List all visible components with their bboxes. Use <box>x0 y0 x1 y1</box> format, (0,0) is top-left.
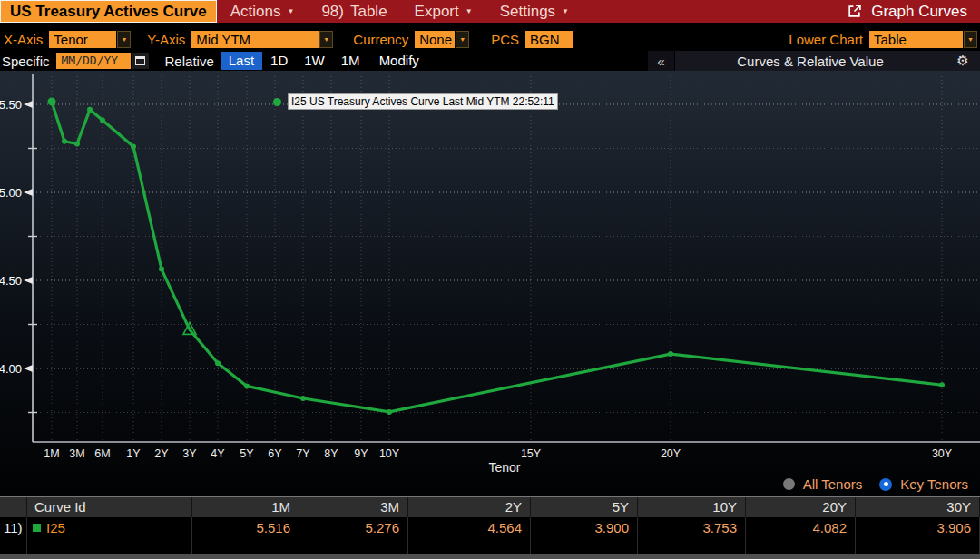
currency-label: Currency <box>353 32 408 47</box>
x-tick-label: 9Y <box>354 447 368 460</box>
modify-button[interactable]: Modify <box>371 52 427 70</box>
caret-down-icon: ▼ <box>466 7 473 15</box>
collapse-panel-button[interactable]: « <box>648 51 675 71</box>
header-5y: 5Y <box>531 497 638 517</box>
y-tick-arrow-icon <box>24 101 33 108</box>
x-tick-label: 7Y <box>296 447 310 460</box>
x-axis-select[interactable]: Tenor <box>49 31 116 48</box>
radio-selected-dot <box>884 482 888 486</box>
currency-dropdown-button[interactable]: ▼ <box>456 31 469 48</box>
x-tick-label: 1Y <box>126 447 141 460</box>
bottom-scrollbar[interactable] <box>0 554 980 559</box>
menu-table-shortcut: 98) <box>321 3 344 21</box>
lower-chart-label: Lower Chart <box>789 32 863 47</box>
range-button-last[interactable]: Last <box>220 52 262 70</box>
calendar-button[interactable] <box>132 53 149 69</box>
menu-actions[interactable]: Actions ▼ <box>217 0 309 23</box>
table-empty-row <box>0 538 980 554</box>
lower-chart-dropdown-button[interactable]: ▼ <box>964 31 977 48</box>
y-tick-arrow-icon <box>24 277 33 284</box>
value-1m: 5.516 <box>192 517 299 538</box>
curve-point[interactable] <box>300 396 306 401</box>
header-1m: 1M <box>192 497 299 517</box>
curve-color-swatch <box>33 524 41 532</box>
menu-export-label: Export <box>415 3 459 21</box>
calendar-icon <box>135 56 145 65</box>
chart-area: 5.505.004.504.001M3M6M1Y2Y3Y4Y5Y6Y7Y8Y9Y… <box>0 71 980 496</box>
x-tick-label: 4Y <box>211 447 225 460</box>
curve-point[interactable] <box>244 383 250 388</box>
curve-point[interactable] <box>62 139 67 144</box>
key-tenors-label[interactable]: Key Tenors <box>900 476 968 492</box>
table-row[interactable]: 11) I25 5.516 5.276 4.564 3.900 3.753 4.… <box>0 517 980 538</box>
legend-label: I25 US Treasury Actives Curve Last Mid Y… <box>288 93 558 110</box>
specific-date-input[interactable]: MM/DD/YY <box>56 53 131 69</box>
menu-table[interactable]: 98) Table <box>308 0 400 23</box>
open-external-icon[interactable] <box>847 4 862 19</box>
y-axis-label: Y-Axis <box>147 32 185 47</box>
header-20y: 20Y <box>746 497 856 517</box>
x-tick-label: 2Y <box>154 447 169 460</box>
range-button-1m[interactable]: 1M <box>333 52 368 70</box>
yield-curve-chart: 5.505.004.504.001M3M6M1Y2Y3Y4Y5Y6Y7Y8Y9Y… <box>0 71 980 496</box>
x-axis-dropdown-button[interactable]: ▼ <box>117 31 131 48</box>
y-tick-arrow-icon <box>24 189 33 196</box>
menu-export[interactable]: Export ▼ <box>401 0 486 23</box>
curve-id-cell: I25 <box>27 517 192 538</box>
y-tick-label: 5.50 <box>0 98 22 112</box>
range-button-1w[interactable]: 1W <box>296 52 333 70</box>
curve-id-label: I25 <box>46 517 65 538</box>
currency-select[interactable]: None <box>415 31 455 48</box>
curve-point[interactable] <box>131 144 136 150</box>
x-tick-label: 20Y <box>661 447 681 460</box>
menu-settings-label: Settings <box>500 3 555 21</box>
bloomberg-terminal-window: US Treasury Actives Curve Actions ▼ 98) … <box>0 0 980 559</box>
x-axis-title: Tenor <box>468 460 541 475</box>
x-tick-label: 15Y <box>521 447 542 460</box>
y-tick-label: 5.00 <box>0 186 22 200</box>
menu-settings[interactable]: Settings ▼ <box>486 0 583 23</box>
x-tick-label: 3Y <box>182 447 197 460</box>
chart-legend: I25 US Treasury Actives Curve Last Mid Y… <box>273 93 558 110</box>
curve-point[interactable] <box>939 382 945 387</box>
x-tick-label: 1M <box>44 447 59 460</box>
all-tenors-label[interactable]: All Tenors <box>803 476 863 492</box>
top-menu-bar: US Treasury Actives Curve Actions ▼ 98) … <box>0 0 980 25</box>
graph-curves-label[interactable]: Graph Curves <box>871 3 967 21</box>
curve-point[interactable] <box>668 351 673 357</box>
x-tick-label: 3M <box>69 447 84 460</box>
curve-point[interactable] <box>87 107 93 113</box>
x-axis-label: X-Axis <box>4 32 43 47</box>
y-axis-dropdown-button[interactable]: ▼ <box>319 31 333 48</box>
gear-icon[interactable]: ⚙ <box>946 51 980 71</box>
side-panel-header: « Curves & Relative Value ⚙ <box>648 51 980 71</box>
curve-point[interactable] <box>159 267 164 272</box>
x-tick-label: 6M <box>94 447 110 460</box>
y-tick-label: 4.00 <box>0 362 22 376</box>
header-spacer <box>0 497 27 517</box>
tenor-mode-switch: All Tenors Key Tenors <box>783 476 968 492</box>
date-toolbar: Specific MM/DD/YY Relative Last 1D 1W 1M… <box>0 51 980 71</box>
pcs-field[interactable]: BGN <box>525 31 573 48</box>
row-number: 11) <box>0 517 27 538</box>
curve-point[interactable] <box>100 117 105 123</box>
curve-point[interactable] <box>48 97 56 105</box>
y-axis-select[interactable]: Mid YTM <box>191 31 318 48</box>
curve-point[interactable] <box>215 360 220 366</box>
key-tenors-radio[interactable] <box>879 478 892 491</box>
curve-point[interactable] <box>387 409 392 415</box>
curve-point[interactable] <box>74 141 80 146</box>
header-2y: 2Y <box>408 497 531 517</box>
caret-down-icon: ▼ <box>562 7 569 15</box>
range-button-1d[interactable]: 1D <box>262 52 296 70</box>
menu-actions-label: Actions <box>230 3 281 21</box>
specific-label: Specific <box>2 54 50 69</box>
value-5y: 3.900 <box>531 517 638 538</box>
app-title-tab[interactable]: US Treasury Actives Curve <box>0 0 217 23</box>
lower-chart-select[interactable]: Table <box>869 31 963 48</box>
lower-table: Curve Id 1M 3M 2Y 5Y 10Y 20Y 30Y 11) I25… <box>0 496 980 554</box>
y-tick-arrow-icon <box>24 365 33 372</box>
x-tick-label: 30Y <box>932 447 953 460</box>
table-header-row: Curve Id 1M 3M 2Y 5Y 10Y 20Y 30Y <box>0 496 980 517</box>
all-tenors-radio[interactable] <box>783 478 795 490</box>
